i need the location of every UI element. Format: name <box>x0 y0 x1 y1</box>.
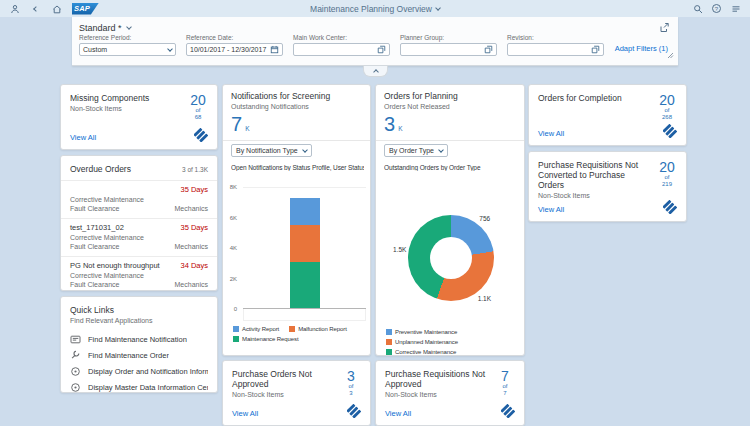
legend-label: Activity Report <box>242 326 279 332</box>
view-all-link[interactable]: View All <box>538 205 564 214</box>
order-activity: Fault Clearance <box>70 205 119 213</box>
card-notifications-for-screening: Notifications for Screening Outstanding … <box>222 84 371 356</box>
work-center: Mechanics <box>175 205 208 213</box>
share-icon[interactable] <box>658 22 669 33</box>
order-type-dropdown[interactable]: By Order Type <box>384 144 448 157</box>
card-title: Missing Components <box>70 93 149 103</box>
card-pr-not-converted-to-purchase-orders[interactable]: Purchase Requisitions Not Converted to P… <box>528 151 687 222</box>
kpi-value: 7K <box>231 113 362 135</box>
value-help-icon[interactable] <box>377 45 386 54</box>
order-name: test_171031_02 <box>70 223 124 232</box>
search-icon[interactable] <box>692 3 703 14</box>
resize-grip-icon[interactable] <box>667 45 674 63</box>
filter-field-planner-group: Planner Group: <box>400 34 497 56</box>
notification-type-dropdown[interactable]: By Notification Type <box>231 144 312 157</box>
variant-selector[interactable]: Standard * <box>79 23 131 33</box>
filter-field-reference-date: Reference Date: 10/01/2017 - 12/30/2017 <box>186 34 283 56</box>
card-title: Orders for Completion <box>538 93 622 103</box>
chevron-down-icon <box>435 5 441 11</box>
wrench-icon <box>70 350 81 361</box>
stacked-layers-icon <box>501 404 515 418</box>
list-item[interactable]: PG Not enough throughput34 Days Correcti… <box>61 256 217 294</box>
view-all-link[interactable]: View All <box>538 129 564 138</box>
page-title[interactable]: Maintenance Planning Overview <box>310 4 440 14</box>
reference-date-input[interactable]: 10/01/2017 - 12/30/2017 <box>186 43 283 56</box>
list-item[interactable]: 35 Days Corrective Maintenance Fault Cle… <box>61 180 217 218</box>
card-subtitle: Non-Stock Items <box>385 391 489 399</box>
card-missing-components[interactable]: Missing Components Non-Stock Items 20 of… <box>60 84 218 150</box>
calendar-icon[interactable] <box>270 45 279 54</box>
y-axis: 02K4K6K8K <box>223 187 240 309</box>
legend-label: Maintenance Request <box>242 336 298 342</box>
legend-label: Corrective Maintenance <box>395 349 456 355</box>
target-icon <box>70 366 81 377</box>
kpi-count: 20 of 68 <box>188 93 208 121</box>
legend-swatch <box>386 349 392 355</box>
donut-slice-label: 1.5K <box>393 246 406 253</box>
y-axis-tick-label: 6K <box>230 215 237 221</box>
card-overdue-orders: Overdue Orders 3 of 1.3K 35 Days Correct… <box>60 155 218 291</box>
card-title: Orders for Planning <box>384 91 516 101</box>
legend-item: Corrective Maintenance <box>386 349 456 355</box>
y-axis-tick-label: 2K <box>230 276 237 282</box>
main-work-center-input[interactable] <box>293 43 390 56</box>
chart-legend: Activity ReportMalfunction ReportMainten… <box>233 326 367 342</box>
order-type: Corrective Maintenance <box>70 272 208 280</box>
back-icon[interactable] <box>30 3 41 14</box>
page-title-text: Maintenance Planning Overview <box>310 4 432 14</box>
collapse-filter-button[interactable] <box>363 66 388 77</box>
planner-group-input[interactable] <box>400 43 497 56</box>
value-help-icon[interactable] <box>591 45 600 54</box>
target-icon <box>70 382 81 393</box>
card-purchase-requisitions-not-approved[interactable]: Purchase Requisitions Not Approved Non-S… <box>375 360 525 426</box>
filter-field-revision: Revision: <box>507 34 604 56</box>
view-all-link[interactable]: View All <box>232 409 258 418</box>
list-item[interactable]: test_171031_0235 Days Corrective Mainten… <box>61 218 217 256</box>
chevron-down-icon <box>167 46 173 52</box>
field-label: Main Work Center: <box>293 34 390 41</box>
view-all-link[interactable]: View All <box>385 409 411 418</box>
filter-bar: Standard * Reference Period: Custom Refe… <box>72 17 678 66</box>
reference-period-select[interactable]: Custom <box>79 43 176 56</box>
legend-swatch <box>233 336 239 342</box>
adapt-filters-link[interactable]: Adapt Filters (1) <box>615 44 668 56</box>
overdue-days: 35 Days <box>180 223 208 232</box>
work-center: Mechanics <box>175 281 208 289</box>
card-orders-for-completion[interactable]: Orders for Completion 20 of 268 View All <box>528 84 687 146</box>
kpi-count: 7 of 7 <box>495 369 515 399</box>
user-avatar-icon[interactable] <box>9 3 20 14</box>
donut-ring <box>408 215 494 301</box>
home-icon[interactable] <box>51 3 62 14</box>
legend-label: Malfunction Report <box>298 326 347 332</box>
quick-link-find-maintenance-notification[interactable]: Find Maintenance Notification <box>70 331 208 347</box>
shell-bar: SAP Maintenance Planning Overview ? <box>0 0 750 17</box>
overdue-days: 35 Days <box>180 185 208 194</box>
todo-list-icon[interactable] <box>730 3 741 14</box>
divider <box>223 140 370 141</box>
chevron-up-icon <box>373 69 379 75</box>
plot-area <box>243 187 366 309</box>
quick-link-display-order-notification-info[interactable]: Display Order and Notification Informati… <box>70 363 208 379</box>
kpi-count: 20 of 268 <box>657 93 677 121</box>
card-subtitle: Non-Stock Items <box>70 105 149 113</box>
legend-swatch <box>289 326 295 332</box>
filter-field-main-work-center: Main Work Center: <box>293 34 390 56</box>
field-label: Reference Date: <box>186 34 283 41</box>
view-all-link[interactable]: View All <box>70 133 96 142</box>
donut-slice-label: 1.1K <box>478 294 491 301</box>
legend-item: Maintenance Request <box>233 336 298 342</box>
field-label: Reference Period: <box>79 34 176 41</box>
revision-input[interactable] <box>507 43 604 56</box>
order-type: Corrective Maintenance <box>70 234 208 242</box>
donut-slice-label: 756 <box>479 215 490 222</box>
quick-link-find-maintenance-order[interactable]: Find Maintenance Order <box>70 347 208 363</box>
sap-logo[interactable]: SAP <box>72 3 99 15</box>
order-activity: Fault Clearance <box>70 243 119 251</box>
shell-left-group: SAP <box>9 3 99 15</box>
card-purchase-orders-not-approved[interactable]: Purchase Orders Not Approved Non-Stock I… <box>222 360 371 426</box>
help-icon[interactable]: ? <box>712 4 721 13</box>
field-label: Planner Group: <box>400 34 497 41</box>
value-help-icon[interactable] <box>484 45 493 54</box>
quick-link-display-master-data-info-center[interactable]: Display Master Data Information Center <box>70 379 208 395</box>
card-title: Quick Links <box>70 305 208 315</box>
